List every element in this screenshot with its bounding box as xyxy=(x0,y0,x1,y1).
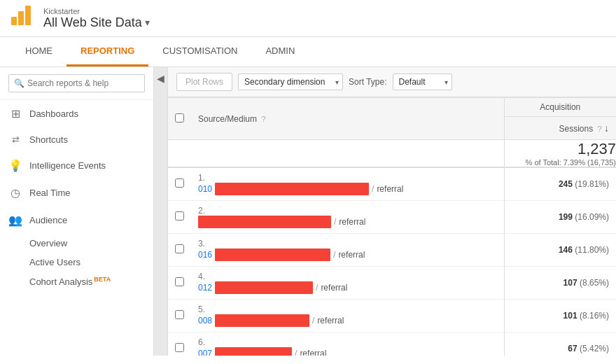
row-number: 1. xyxy=(198,173,205,183)
row-number: 2. xyxy=(198,206,205,216)
row-checkbox[interactable] xyxy=(175,343,184,352)
sort-type-label: Sort Type: xyxy=(349,77,386,87)
data-table: Source/Medium ? Acquisition Sessions ? ↓ xyxy=(168,97,616,356)
tab-reporting[interactable]: REPORTING xyxy=(66,37,148,66)
sidebar-item-shortcuts[interactable]: ⇄ Shortcuts xyxy=(0,127,153,152)
secondary-dimension-wrapper: Secondary dimensionSourceMediumCampaign xyxy=(238,74,343,90)
source-medium-cell: 5.008 / referral xyxy=(191,300,504,332)
row-checkbox[interactable] xyxy=(175,211,184,220)
source-link[interactable]: 016 xyxy=(198,250,212,260)
content-area: Plot Rows Secondary dimensionSourceMediu… xyxy=(168,67,616,356)
source-medium-cell: 6.007 / referral xyxy=(191,332,504,356)
source-link[interactable]: 007 xyxy=(198,349,212,356)
source-bar xyxy=(198,216,331,228)
select-all-header xyxy=(168,98,191,140)
session-count: 67 xyxy=(568,344,577,354)
source-medium-cell: 4.012 / referral xyxy=(191,267,504,300)
source-link[interactable]: 012 xyxy=(198,283,212,293)
row-checkbox-cell xyxy=(168,300,191,332)
dashboards-icon: ⊞ xyxy=(8,107,22,120)
app-header: Kickstarter All Web Site Data ▾ xyxy=(0,0,616,37)
select-all-checkbox[interactable] xyxy=(175,113,184,122)
source-medium-cell: 2. / referral xyxy=(191,201,504,234)
source-medium-header: Source/Medium ? xyxy=(191,98,504,140)
session-pct: (11.80%) xyxy=(575,245,609,255)
shortcuts-icon: ⇄ xyxy=(8,134,22,145)
row-checkbox[interactable] xyxy=(175,310,184,319)
sessions-cell: 199 (16.09%) xyxy=(504,201,616,234)
medium-label: referral xyxy=(338,250,365,260)
sidebar-sub-active-users[interactable]: Active Users xyxy=(0,253,153,272)
session-count: 146 xyxy=(559,245,573,255)
session-count: 199 xyxy=(559,212,573,222)
source-medium-cell: 1.010 / referral xyxy=(191,167,504,201)
table-row: 4.012 / referral107 (8.65%) xyxy=(168,267,616,300)
sort-type-wrapper: DefaultWeighted xyxy=(393,74,452,90)
sidebar-toggle-button[interactable]: ◀ xyxy=(154,67,168,356)
session-count: 245 xyxy=(559,179,573,189)
source-link[interactable]: 008 xyxy=(198,316,212,326)
sidebar: 🔍 ⊞ Dashboards ⇄ Shortcuts 💡 Intelligenc… xyxy=(0,67,154,356)
table-row: 5.008 / referral101 (8.16%) xyxy=(168,300,616,332)
sidebar-item-label: Intelligence Events xyxy=(29,160,106,171)
source-bar xyxy=(215,183,369,195)
table-row: 1.010 / referral245 (19.81%) xyxy=(168,167,616,201)
row-number: 5. xyxy=(198,304,205,314)
tab-home[interactable]: HOME xyxy=(11,37,66,66)
sidebar-item-label: Shortcuts xyxy=(29,134,68,145)
property-title: Kickstarter All Web Site Data ▾ xyxy=(43,7,150,30)
session-count: 101 xyxy=(564,311,578,321)
data-table-container: Source/Medium ? Acquisition Sessions ? ↓ xyxy=(168,97,616,356)
search-input[interactable] xyxy=(8,74,145,92)
session-pct: (8.16%) xyxy=(580,311,609,321)
session-pct: (8.65%) xyxy=(580,278,609,288)
session-count: 107 xyxy=(564,278,578,288)
row-checkbox-cell xyxy=(168,267,191,300)
intelligence-icon: 💡 xyxy=(8,159,22,172)
sidebar-item-dashboards[interactable]: ⊞ Dashboards xyxy=(0,100,153,127)
audience-icon: 👥 xyxy=(8,214,22,227)
source-help-icon[interactable]: ? xyxy=(261,115,265,123)
row-number: 6. xyxy=(198,337,205,347)
toolbar: Plot Rows Secondary dimensionSourceMediu… xyxy=(168,67,616,97)
secondary-dimension-select[interactable]: Secondary dimensionSourceMediumCampaign xyxy=(238,74,343,90)
sessions-cell: 67 (5.42%) xyxy=(504,332,616,356)
row-checkbox[interactable] xyxy=(175,244,184,253)
row-number: 4. xyxy=(198,272,205,281)
row-checkbox-cell xyxy=(168,234,191,267)
source-link[interactable]: 010 xyxy=(198,184,212,194)
row-checkbox[interactable] xyxy=(175,178,184,188)
table-row: 6.007 / referral67 (5.42%) xyxy=(168,332,616,356)
account-name: Kickstarter xyxy=(43,7,150,15)
sort-type-select[interactable]: DefaultWeighted xyxy=(393,74,452,90)
sessions-cell: 107 (8.65%) xyxy=(504,267,616,300)
row-checkbox[interactable] xyxy=(175,277,184,286)
search-icon: 🔍 xyxy=(14,78,24,88)
property-dropdown-arrow[interactable]: ▾ xyxy=(145,17,150,28)
sidebar-sub-overview[interactable]: Overview xyxy=(0,234,153,253)
session-pct: (16.09%) xyxy=(575,212,609,222)
total-value-cell: 1,237 % of Total: 7.39% (16,735) xyxy=(504,140,616,168)
sessions-cell: 146 (11.80%) xyxy=(504,234,616,267)
sidebar-item-audience[interactable]: 👥 Audience xyxy=(0,206,153,234)
plot-rows-button[interactable]: Plot Rows xyxy=(176,73,232,91)
tab-customisation[interactable]: CUSTOMISATION xyxy=(148,37,251,66)
sidebar-item-label: Real Time xyxy=(29,188,71,198)
medium-label: referral xyxy=(317,316,344,326)
source-bar xyxy=(215,347,292,356)
beta-badge: BETA xyxy=(94,276,111,283)
medium-label: referral xyxy=(339,217,365,227)
source-bar xyxy=(215,248,330,261)
source-bar xyxy=(215,314,309,327)
sessions-sort-arrow[interactable]: ↓ xyxy=(604,122,609,134)
main-layout: 🔍 ⊞ Dashboards ⇄ Shortcuts 💡 Intelligenc… xyxy=(0,67,616,356)
tab-admin[interactable]: ADMIN xyxy=(251,37,309,66)
medium-label: referral xyxy=(300,349,326,356)
sidebar-item-realtime[interactable]: ◷ Real Time xyxy=(0,179,153,206)
row-checkbox-cell xyxy=(168,332,191,356)
sidebar-sub-cohort[interactable]: Cohort AnalysisBETA xyxy=(0,272,153,291)
sessions-help-icon[interactable]: ? xyxy=(598,125,602,133)
source-medium-cell: 3.016 / referral xyxy=(191,234,504,267)
sidebar-item-intelligence[interactable]: 💡 Intelligence Events xyxy=(0,152,153,179)
property-name[interactable]: All Web Site Data ▾ xyxy=(43,15,150,30)
